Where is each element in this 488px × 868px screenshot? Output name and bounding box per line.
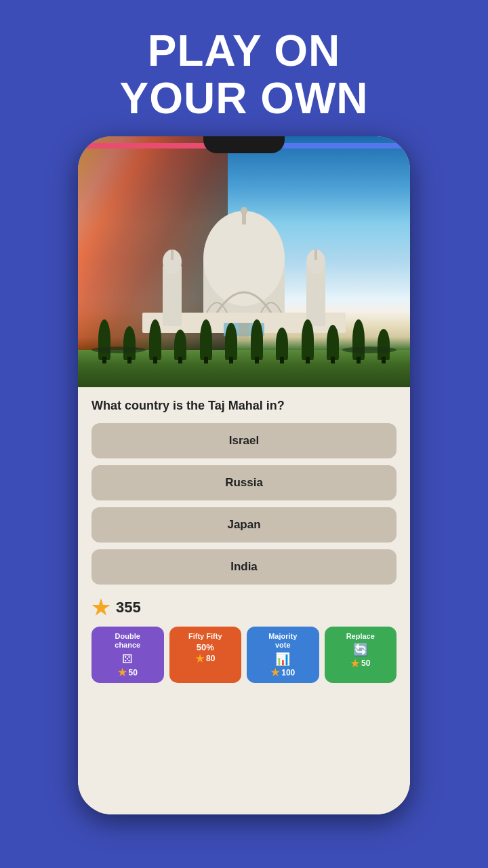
phone-frame: What country is the Taj Mahal in? Israel… xyxy=(78,136,410,814)
svg-rect-10 xyxy=(314,250,317,260)
double-chance-label: Doublechance xyxy=(115,632,140,650)
question-text: What country is the Taj Mahal in? xyxy=(92,398,396,414)
replace-cost: 50 xyxy=(350,658,370,668)
majority-vote-button[interactable]: Majorityvote 📊 100 xyxy=(247,627,319,682)
double-chance-cost: 50 xyxy=(118,668,138,677)
svg-point-13 xyxy=(92,347,146,353)
powerups-row: Doublechance ⚄ 50 Fifty Fifty 50% 80 xyxy=(92,627,396,682)
fifty-fifty-button[interactable]: Fifty Fifty 50% 80 xyxy=(169,627,242,682)
svg-point-14 xyxy=(342,347,396,353)
answer-russia[interactable]: Russia xyxy=(92,465,396,500)
fifty-fifty-cost-val: 80 xyxy=(206,654,215,663)
answer-japan[interactable]: Japan xyxy=(92,507,396,542)
fifty-fifty-label: Fifty Fifty xyxy=(188,632,222,641)
double-chance-icon: ⚄ xyxy=(122,652,133,667)
page-title: PLAY ON YOUR OWN xyxy=(119,27,368,123)
majority-vote-icon: 📊 xyxy=(275,652,290,667)
majority-vote-cost-val: 100 xyxy=(281,668,295,677)
phone-notch xyxy=(203,136,285,153)
score-row: 355 xyxy=(92,598,396,617)
replace-cost-val: 50 xyxy=(361,658,370,668)
phone-inner: What country is the Taj Mahal in? Israel… xyxy=(78,136,410,814)
quiz-image xyxy=(78,136,410,387)
majority-vote-label: Majorityvote xyxy=(268,632,297,650)
quiz-content: What country is the Taj Mahal in? Israel… xyxy=(78,387,410,814)
fifty-fifty-icon: 50% xyxy=(197,642,214,652)
svg-point-4 xyxy=(241,207,247,215)
replace-label: Replace xyxy=(346,632,375,641)
score-value: 355 xyxy=(116,599,141,616)
majority-vote-cost: 100 xyxy=(270,668,295,677)
replace-icon: 🔄 xyxy=(353,642,368,657)
answer-india[interactable]: India xyxy=(92,549,396,585)
replace-button[interactable]: Replace 🔄 50 xyxy=(325,627,397,682)
svg-rect-7 xyxy=(171,250,174,260)
double-chance-button[interactable]: Doublechance ⚄ 50 xyxy=(92,627,164,682)
answer-israel[interactable]: Israel xyxy=(92,423,396,458)
fifty-fifty-cost: 80 xyxy=(195,654,215,663)
star-icon xyxy=(92,598,110,617)
double-chance-cost-val: 50 xyxy=(129,668,138,677)
